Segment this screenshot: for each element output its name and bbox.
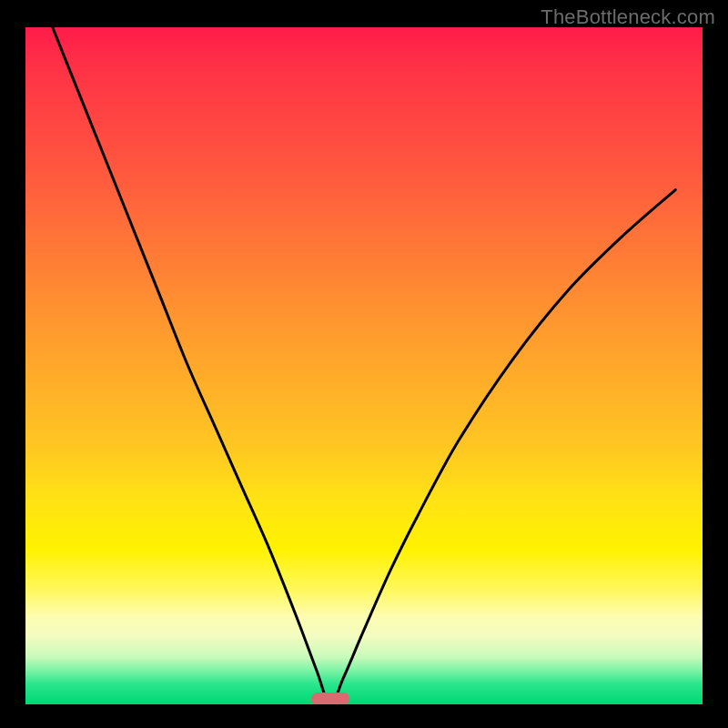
watermark-text: TheBottleneck.com	[541, 5, 715, 29]
chart-frame: TheBottleneck.com	[0, 0, 728, 728]
bottleneck-curve	[25, 27, 703, 704]
minimum-marker	[311, 693, 349, 704]
plot-area	[25, 27, 703, 704]
